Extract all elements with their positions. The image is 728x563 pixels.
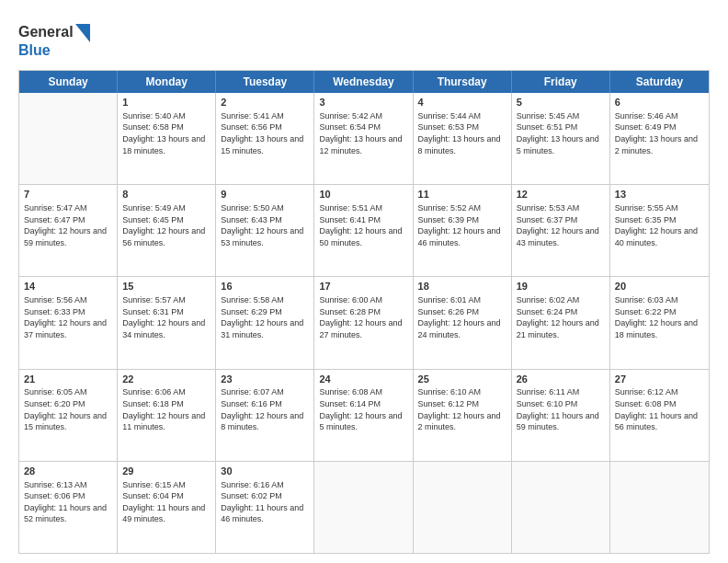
calendar-cell: 25Sunrise: 6:10 AM Sunset: 6:12 PM Dayli… xyxy=(414,370,512,461)
logo-svg: General Blue xyxy=(18,17,106,61)
day-number: 24 xyxy=(319,373,407,386)
calendar-cell: 2Sunrise: 5:41 AM Sunset: 6:56 PM Daylig… xyxy=(216,93,314,184)
calendar-cell: 13Sunrise: 5:55 AM Sunset: 6:35 PM Dayli… xyxy=(610,185,709,276)
calendar-week-4: 21Sunrise: 6:05 AM Sunset: 6:20 PM Dayli… xyxy=(19,370,709,462)
day-number: 29 xyxy=(122,465,210,478)
day-number: 11 xyxy=(418,188,506,201)
day-number: 22 xyxy=(122,373,210,386)
weekday-header-friday: Friday xyxy=(512,71,610,93)
cell-sun-info: Sunrise: 5:45 AM Sunset: 6:51 PM Dayligh… xyxy=(517,110,605,156)
day-number: 9 xyxy=(221,188,309,201)
calendar-cell: 15Sunrise: 5:57 AM Sunset: 6:31 PM Dayli… xyxy=(118,277,216,368)
calendar-cell: 30Sunrise: 6:16 AM Sunset: 6:02 PM Dayli… xyxy=(216,462,314,553)
cell-sun-info: Sunrise: 5:56 AM Sunset: 6:33 PM Dayligh… xyxy=(24,294,112,340)
calendar-cell: 19Sunrise: 6:02 AM Sunset: 6:24 PM Dayli… xyxy=(512,277,610,368)
calendar-cell xyxy=(314,462,413,553)
calendar-cell: 16Sunrise: 5:58 AM Sunset: 6:29 PM Dayli… xyxy=(216,277,314,368)
day-number: 30 xyxy=(221,465,309,478)
day-number: 15 xyxy=(122,280,210,293)
cell-sun-info: Sunrise: 5:41 AM Sunset: 6:56 PM Dayligh… xyxy=(221,110,309,156)
day-number: 18 xyxy=(418,280,506,293)
cell-sun-info: Sunrise: 6:05 AM Sunset: 6:20 PM Dayligh… xyxy=(24,386,112,432)
svg-text:Blue: Blue xyxy=(18,42,51,58)
cell-sun-info: Sunrise: 5:49 AM Sunset: 6:45 PM Dayligh… xyxy=(122,202,210,248)
day-number: 19 xyxy=(517,280,605,293)
page: General Blue SundayMondayTuesdayWednesda… xyxy=(0,0,728,563)
calendar-cell: 4Sunrise: 5:44 AM Sunset: 6:53 PM Daylig… xyxy=(414,93,512,184)
cell-sun-info: Sunrise: 5:47 AM Sunset: 6:47 PM Dayligh… xyxy=(24,202,112,248)
cell-sun-info: Sunrise: 5:52 AM Sunset: 6:39 PM Dayligh… xyxy=(418,202,506,248)
day-number: 16 xyxy=(221,280,309,293)
calendar-cell: 6Sunrise: 5:46 AM Sunset: 6:49 PM Daylig… xyxy=(610,93,709,184)
calendar-week-5: 28Sunrise: 6:13 AM Sunset: 6:06 PM Dayli… xyxy=(19,462,709,553)
svg-text:General: General xyxy=(18,24,74,40)
calendar-cell: 20Sunrise: 6:03 AM Sunset: 6:22 PM Dayli… xyxy=(610,277,709,368)
calendar-cell: 5Sunrise: 5:45 AM Sunset: 6:51 PM Daylig… xyxy=(512,93,610,184)
cell-sun-info: Sunrise: 6:16 AM Sunset: 6:02 PM Dayligh… xyxy=(221,479,309,525)
calendar: SundayMondayTuesdayWednesdayThursdayFrid… xyxy=(18,70,710,554)
day-number: 3 xyxy=(319,96,407,109)
day-number: 17 xyxy=(319,280,407,293)
day-number: 23 xyxy=(221,373,309,386)
calendar-cell: 24Sunrise: 6:08 AM Sunset: 6:14 PM Dayli… xyxy=(314,370,413,461)
calendar-cell: 21Sunrise: 6:05 AM Sunset: 6:20 PM Dayli… xyxy=(19,370,118,461)
header: General Blue xyxy=(18,17,710,61)
calendar-week-2: 7Sunrise: 5:47 AM Sunset: 6:47 PM Daylig… xyxy=(19,185,709,277)
day-number: 28 xyxy=(24,465,112,478)
calendar-cell: 29Sunrise: 6:15 AM Sunset: 6:04 PM Dayli… xyxy=(118,462,216,553)
cell-sun-info: Sunrise: 6:03 AM Sunset: 6:22 PM Dayligh… xyxy=(615,294,704,340)
weekday-header-wednesday: Wednesday xyxy=(314,71,413,93)
cell-sun-info: Sunrise: 6:10 AM Sunset: 6:12 PM Dayligh… xyxy=(418,386,506,432)
cell-sun-info: Sunrise: 6:06 AM Sunset: 6:18 PM Dayligh… xyxy=(122,386,210,432)
calendar-cell: 11Sunrise: 5:52 AM Sunset: 6:39 PM Dayli… xyxy=(414,185,512,276)
day-number: 21 xyxy=(24,373,112,386)
day-number: 6 xyxy=(615,96,704,109)
day-number: 27 xyxy=(615,373,704,386)
calendar-body: 1Sunrise: 5:40 AM Sunset: 6:58 PM Daylig… xyxy=(19,93,709,553)
calendar-cell: 9Sunrise: 5:50 AM Sunset: 6:43 PM Daylig… xyxy=(216,185,314,276)
day-number: 14 xyxy=(24,280,112,293)
cell-sun-info: Sunrise: 5:46 AM Sunset: 6:49 PM Dayligh… xyxy=(615,110,704,156)
calendar-cell: 18Sunrise: 6:01 AM Sunset: 6:26 PM Dayli… xyxy=(414,277,512,368)
weekday-header-saturday: Saturday xyxy=(610,71,709,93)
logo: General Blue xyxy=(18,17,106,61)
calendar-cell: 8Sunrise: 5:49 AM Sunset: 6:45 PM Daylig… xyxy=(118,185,216,276)
cell-sun-info: Sunrise: 6:00 AM Sunset: 6:28 PM Dayligh… xyxy=(319,294,407,340)
calendar-cell: 1Sunrise: 5:40 AM Sunset: 6:58 PM Daylig… xyxy=(118,93,216,184)
calendar-cell: 27Sunrise: 6:12 AM Sunset: 6:08 PM Dayli… xyxy=(610,370,709,461)
calendar-cell xyxy=(414,462,512,553)
day-number: 13 xyxy=(615,188,704,201)
cell-sun-info: Sunrise: 5:58 AM Sunset: 6:29 PM Dayligh… xyxy=(221,294,309,340)
calendar-week-3: 14Sunrise: 5:56 AM Sunset: 6:33 PM Dayli… xyxy=(19,277,709,369)
calendar-cell: 28Sunrise: 6:13 AM Sunset: 6:06 PM Dayli… xyxy=(19,462,118,553)
calendar-week-1: 1Sunrise: 5:40 AM Sunset: 6:58 PM Daylig… xyxy=(19,93,709,185)
calendar-cell: 17Sunrise: 6:00 AM Sunset: 6:28 PM Dayli… xyxy=(314,277,413,368)
cell-sun-info: Sunrise: 6:02 AM Sunset: 6:24 PM Dayligh… xyxy=(517,294,605,340)
cell-sun-info: Sunrise: 5:50 AM Sunset: 6:43 PM Dayligh… xyxy=(221,202,309,248)
day-number: 4 xyxy=(418,96,506,109)
calendar-header: SundayMondayTuesdayWednesdayThursdayFrid… xyxy=(19,71,709,93)
cell-sun-info: Sunrise: 6:12 AM Sunset: 6:08 PM Dayligh… xyxy=(615,386,704,432)
cell-sun-info: Sunrise: 6:01 AM Sunset: 6:26 PM Dayligh… xyxy=(418,294,506,340)
cell-sun-info: Sunrise: 5:53 AM Sunset: 6:37 PM Dayligh… xyxy=(517,202,605,248)
day-number: 2 xyxy=(221,96,309,109)
calendar-cell xyxy=(19,93,118,184)
calendar-cell: 7Sunrise: 5:47 AM Sunset: 6:47 PM Daylig… xyxy=(19,185,118,276)
cell-sun-info: Sunrise: 6:08 AM Sunset: 6:14 PM Dayligh… xyxy=(319,386,407,432)
calendar-cell: 12Sunrise: 5:53 AM Sunset: 6:37 PM Dayli… xyxy=(512,185,610,276)
cell-sun-info: Sunrise: 6:13 AM Sunset: 6:06 PM Dayligh… xyxy=(24,479,112,525)
cell-sun-info: Sunrise: 5:57 AM Sunset: 6:31 PM Dayligh… xyxy=(122,294,210,340)
cell-sun-info: Sunrise: 5:44 AM Sunset: 6:53 PM Dayligh… xyxy=(418,110,506,156)
calendar-cell: 23Sunrise: 6:07 AM Sunset: 6:16 PM Dayli… xyxy=(216,370,314,461)
day-number: 12 xyxy=(517,188,605,201)
day-number: 1 xyxy=(122,96,210,109)
cell-sun-info: Sunrise: 5:42 AM Sunset: 6:54 PM Dayligh… xyxy=(319,110,407,156)
calendar-cell xyxy=(610,462,709,553)
day-number: 7 xyxy=(24,188,112,201)
cell-sun-info: Sunrise: 5:40 AM Sunset: 6:58 PM Dayligh… xyxy=(122,110,210,156)
cell-sun-info: Sunrise: 5:51 AM Sunset: 6:41 PM Dayligh… xyxy=(319,202,407,248)
svg-marker-1 xyxy=(75,24,90,42)
calendar-cell: 3Sunrise: 5:42 AM Sunset: 6:54 PM Daylig… xyxy=(314,93,413,184)
calendar-cell: 26Sunrise: 6:11 AM Sunset: 6:10 PM Dayli… xyxy=(512,370,610,461)
cell-sun-info: Sunrise: 5:55 AM Sunset: 6:35 PM Dayligh… xyxy=(615,202,704,248)
